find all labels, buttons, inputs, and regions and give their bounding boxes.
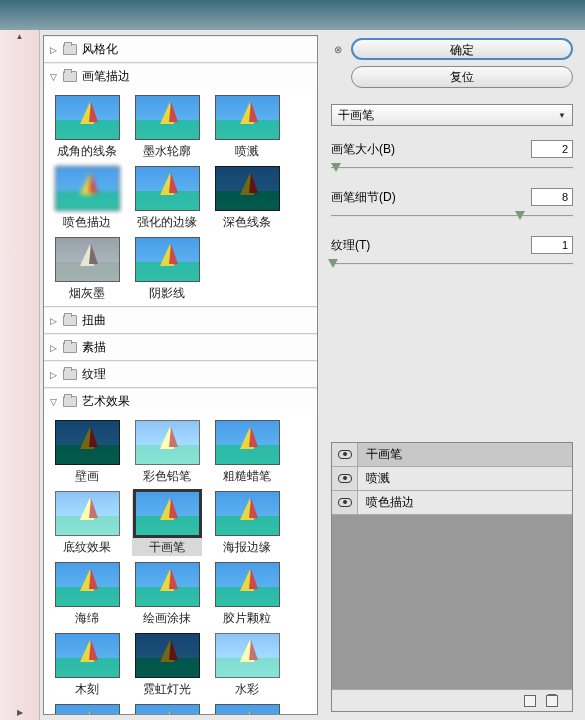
- param-label: 画笔大小(B): [331, 141, 395, 158]
- thumb-image: [215, 704, 280, 714]
- category-header[interactable]: ▽艺术效果: [44, 388, 317, 414]
- thumb-image: [135, 562, 200, 607]
- category-scroll[interactable]: ▷风格化▽画笔描边成角的线条墨水轮廓喷溅喷色描边强化的边缘深色线条烟灰墨阴影线▷…: [44, 36, 317, 714]
- thumb-label: 烟灰墨: [69, 285, 105, 302]
- thumb-image: [55, 420, 120, 465]
- filter-thumb[interactable]: 深色线条: [212, 166, 282, 231]
- category-label: 艺术效果: [82, 393, 130, 410]
- folder-icon: [63, 342, 77, 353]
- preview-collapse-strip[interactable]: ▲ ▶: [0, 30, 40, 720]
- thumb-image: [55, 562, 120, 607]
- category-header[interactable]: ▷扭曲: [44, 307, 317, 333]
- filter-thumb[interactable]: 绘画涂抹: [132, 562, 202, 627]
- thumb-image: [215, 562, 280, 607]
- effect-layers-panel: 干画笔喷溅喷色描边: [331, 442, 573, 712]
- visibility-toggle[interactable]: [332, 467, 358, 490]
- eye-icon: [338, 450, 352, 459]
- triangle-down-icon: ▽: [50, 72, 59, 82]
- param-label: 纹理(T): [331, 237, 370, 254]
- layers-footer: [332, 689, 572, 711]
- visibility-toggle[interactable]: [332, 443, 358, 466]
- category-header[interactable]: ▷纹理: [44, 361, 317, 387]
- thumb-image: [55, 237, 120, 282]
- slider-thumb-icon[interactable]: [515, 211, 525, 220]
- thumb-image: [55, 704, 120, 714]
- category-label: 纹理: [82, 366, 106, 383]
- folder-icon: [63, 396, 77, 407]
- eye-icon: [338, 474, 352, 483]
- param-slider[interactable]: [331, 162, 573, 174]
- filter-thumb[interactable]: 墨水轮廓: [132, 95, 202, 160]
- param-input[interactable]: [531, 140, 573, 158]
- filter-thumb[interactable]: 强化的边缘: [132, 166, 202, 231]
- filter-thumb[interactable]: 水彩: [212, 633, 282, 698]
- filter-thumb[interactable]: 胶片颗粒: [212, 562, 282, 627]
- folder-icon: [63, 71, 77, 82]
- triangle-right-icon: ▷: [50, 343, 59, 353]
- filter-thumb[interactable]: 烟灰墨: [52, 237, 122, 302]
- filter-thumb[interactable]: 海报边缘: [212, 491, 282, 556]
- category-header[interactable]: ▷素描: [44, 334, 317, 360]
- filter-thumb[interactable]: 粗糙蜡笔: [212, 420, 282, 485]
- ok-button[interactable]: 确定: [351, 38, 573, 60]
- thumb-label: 霓虹灯光: [143, 681, 191, 698]
- reset-button[interactable]: 复位: [351, 66, 573, 88]
- visibility-toggle[interactable]: [332, 491, 358, 514]
- param-slider[interactable]: [331, 258, 573, 270]
- layer-label: 喷溅: [358, 470, 390, 487]
- filter-thumb[interactable]: 干画笔: [132, 491, 202, 556]
- filter-thumb[interactable]: 喷色描边: [52, 166, 122, 231]
- thumb-image: [215, 95, 280, 140]
- filter-thumb[interactable]: [132, 704, 202, 714]
- param-row: 纹理(T): [331, 236, 573, 270]
- param-label: 画笔细节(D): [331, 189, 396, 206]
- thumb-image: [55, 491, 120, 536]
- filter-thumb[interactable]: 海绵: [52, 562, 122, 627]
- thumb-image: [135, 95, 200, 140]
- effect-layer-row[interactable]: 喷溅: [332, 467, 572, 491]
- collapse-toggle-icon[interactable]: ⊗: [331, 44, 345, 55]
- thumb-label: 喷色描边: [63, 214, 111, 231]
- thumb-label: 水彩: [235, 681, 259, 698]
- thumb-image: [55, 166, 120, 211]
- thumb-label: 成角的线条: [57, 143, 117, 160]
- filter-select-dropdown[interactable]: 干画笔 ▼: [331, 104, 573, 126]
- effect-layer-row[interactable]: 喷色描边: [332, 491, 572, 515]
- filter-gallery-panel: ▷风格化▽画笔描边成角的线条墨水轮廓喷溅喷色描边强化的边缘深色线条烟灰墨阴影线▷…: [43, 35, 318, 715]
- thumb-image: [135, 704, 200, 714]
- filter-thumb[interactable]: 成角的线条: [52, 95, 122, 160]
- filter-thumb[interactable]: 壁画: [52, 420, 122, 485]
- filter-thumb[interactable]: 喷溅: [212, 95, 282, 160]
- filter-thumb[interactable]: [52, 704, 122, 714]
- layer-label: 干画笔: [358, 446, 402, 463]
- param-slider[interactable]: [331, 210, 573, 222]
- trash-icon[interactable]: [546, 695, 558, 707]
- new-layer-icon[interactable]: [524, 695, 536, 707]
- category-label: 风格化: [82, 41, 118, 58]
- filter-thumb[interactable]: 底纹效果: [52, 491, 122, 556]
- filter-thumb[interactable]: 霓虹灯光: [132, 633, 202, 698]
- chevron-down-icon: ▼: [558, 111, 566, 120]
- filter-thumb[interactable]: [212, 704, 282, 714]
- param-input[interactable]: [531, 236, 573, 254]
- thumb-image: [215, 491, 280, 536]
- thumb-label: 木刻: [75, 681, 99, 698]
- filter-thumb[interactable]: 彩色铅笔: [132, 420, 202, 485]
- slider-thumb-icon[interactable]: [331, 163, 341, 172]
- category-label: 画笔描边: [82, 68, 130, 85]
- category-header[interactable]: ▷风格化: [44, 36, 317, 62]
- thumb-label: 深色线条: [223, 214, 271, 231]
- thumb-label: 墨水轮廓: [143, 143, 191, 160]
- thumb-label: 海绵: [75, 610, 99, 627]
- effect-layer-row[interactable]: 干画笔: [332, 443, 572, 467]
- layer-label: 喷色描边: [358, 494, 414, 511]
- triangle-right-icon: ▷: [50, 316, 59, 326]
- filter-thumb[interactable]: 阴影线: [132, 237, 202, 302]
- filter-thumb[interactable]: 木刻: [52, 633, 122, 698]
- slider-thumb-icon[interactable]: [328, 259, 338, 268]
- category-header[interactable]: ▽画笔描边: [44, 63, 317, 89]
- thumb-image: [55, 633, 120, 678]
- thumb-image: [135, 420, 200, 465]
- thumb-image: [135, 166, 200, 211]
- param-input[interactable]: [531, 188, 573, 206]
